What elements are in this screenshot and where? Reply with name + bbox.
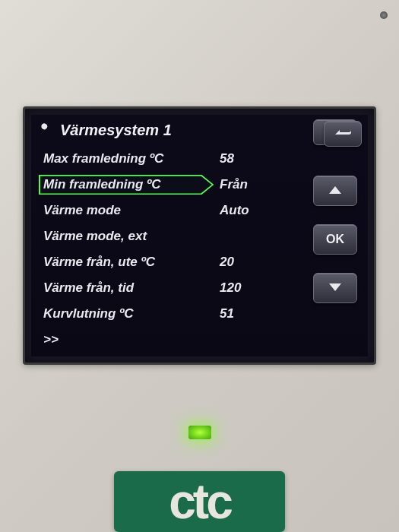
brand-plate: ctc [114, 471, 285, 532]
side-button-panel: OK [313, 115, 368, 356]
main-content: Värmesystem 1 Max framledning ºC 58 Min … [31, 115, 313, 356]
wrench-icon [39, 121, 54, 139]
setting-label: Värme från, tid [39, 278, 214, 298]
ok-label: OK [326, 233, 344, 246]
down-button[interactable] [313, 273, 357, 303]
setting-value: Auto [214, 203, 249, 218]
triangle-up-icon [328, 184, 342, 198]
setting-row-kurvlutning[interactable]: Kurvlutning ºC 51 [39, 302, 306, 326]
setting-value: Från [214, 177, 248, 192]
setting-label: Värme mode [39, 201, 214, 220]
lcd-screen: Värmesystem 1 Max framledning ºC 58 Min … [31, 115, 368, 356]
setting-label: Min framledning ºC [39, 175, 214, 195]
setting-row-min-framledning[interactable]: Min framledning ºC Från [39, 173, 306, 197]
brand-logo: ctc [169, 473, 230, 530]
settings-list: Max framledning ºC 58 Min framledning ºC… [39, 147, 306, 352]
setting-label: Max framledning ºC [39, 149, 214, 169]
setting-label: Kurvlutning ºC [39, 304, 214, 324]
page-title: Värmesystem 1 [60, 122, 172, 139]
more-indicator: >> [39, 332, 59, 347]
ok-button[interactable]: OK [313, 224, 357, 255]
setting-value: 20 [214, 255, 234, 270]
status-led [188, 426, 211, 439]
more-items-row[interactable]: >> [39, 328, 306, 352]
back-arrow-icon [334, 127, 352, 141]
setting-row-varme-fran-tid[interactable]: Värme från, tid 120 [39, 276, 306, 300]
triangle-down-icon [328, 281, 342, 295]
device-bezel: Värmesystem 1 Max framledning ºC 58 Min … [0, 0, 399, 532]
screw [380, 11, 388, 19]
setting-row-varme-fran-ute[interactable]: Värme från, ute ºC 20 [39, 250, 306, 274]
setting-label: Värme mode, ext [39, 226, 214, 246]
screen-frame: Värmesystem 1 Max framledning ºC 58 Min … [23, 106, 376, 365]
setting-row-varme-mode[interactable]: Värme mode Auto [39, 198, 306, 223]
setting-value: 120 [214, 280, 241, 296]
setting-value: 51 [214, 306, 234, 321]
setting-label: Värme från, ute ºC [39, 252, 214, 272]
setting-row-varme-mode-ext[interactable]: Värme mode, ext [39, 224, 306, 249]
setting-value: 58 [214, 151, 234, 166]
up-button[interactable] [313, 176, 357, 206]
back-button[interactable] [324, 121, 362, 147]
setting-row-max-framledning[interactable]: Max framledning ºC 58 [39, 147, 306, 171]
screen-header: Värmesystem 1 [39, 121, 306, 139]
